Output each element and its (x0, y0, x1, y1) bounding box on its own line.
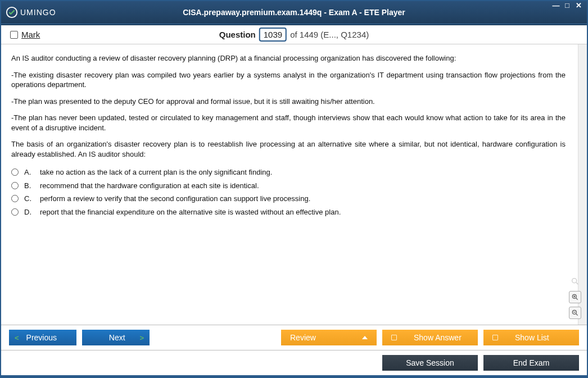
svg-line-2 (576, 283, 578, 284)
square-icon (391, 335, 397, 340)
option-row[interactable]: C. perform a review to verify that the s… (11, 192, 566, 206)
answer-options: A. take no action as the lack of a curre… (11, 166, 566, 218)
question-total: of 1449 (E..., Q1234) (290, 30, 369, 39)
option-text: recommend that the hardware configuratio… (40, 181, 259, 191)
button-label: Review (290, 333, 316, 342)
option-letter: C. (24, 194, 34, 204)
button-label: Next (109, 333, 125, 342)
mark-checkbox[interactable] (10, 31, 18, 39)
button-label: Show Answer (414, 333, 462, 342)
search-icon[interactable] (569, 275, 581, 288)
option-letter: A. (24, 167, 34, 177)
window-controls: — □ ✕ (552, 1, 582, 24)
minimize-icon[interactable]: — (552, 2, 560, 10)
titlebar: UMINGO CISA.prepaway.premium.exam.1449q … (1, 1, 587, 24)
question-para-4: The basis of an organization's disaster … (11, 139, 566, 159)
question-para-2: -The plan was presented to the deputy CE… (11, 97, 566, 107)
option-row[interactable]: D. report that the financial expenditure… (11, 206, 566, 219)
button-label: Show List (515, 333, 549, 342)
question-counter: Question 1039 of 1449 (E..., Q1234) (219, 28, 369, 42)
save-session-button[interactable]: Save Session (382, 355, 478, 371)
option-letter: B. (24, 181, 34, 191)
logo-icon (6, 6, 18, 19)
previous-button[interactable]: < Previous (9, 330, 76, 345)
option-text: report that the financial expenditure on… (40, 207, 341, 217)
button-label: End Exam (513, 358, 550, 367)
zoom-out-icon[interactable] (569, 307, 581, 319)
radio-icon[interactable] (11, 195, 19, 202)
svg-line-4 (576, 298, 578, 300)
svg-line-8 (576, 314, 578, 316)
option-text: perform a review to verify that the seco… (40, 194, 310, 204)
window-title: CISA.prepaway.premium.exam.1449q - Exam … (183, 8, 405, 17)
question-content: An IS auditor conducting a review of dis… (1, 44, 587, 325)
chevron-left-icon: < (15, 334, 19, 342)
button-label: Previous (26, 333, 57, 342)
show-answer-button[interactable]: Show Answer (382, 330, 478, 345)
option-text: take no action as the lack of a current … (40, 167, 272, 177)
end-exam-button[interactable]: End Exam (483, 355, 579, 371)
next-button[interactable]: Next > (82, 330, 150, 345)
triangle-up-icon (362, 336, 368, 339)
question-header: Mark Question 1039 of 1449 (E..., Q1234) (1, 25, 587, 44)
question-number-input[interactable]: 1039 (259, 28, 287, 42)
show-list-button[interactable]: Show List (483, 330, 579, 345)
app-logo: UMINGO (6, 6, 56, 19)
chevron-right-icon: > (139, 334, 144, 342)
option-row[interactable]: A. take no action as the lack of a curre… (11, 166, 566, 179)
maximize-icon[interactable]: □ (563, 2, 571, 10)
radio-icon[interactable] (11, 208, 19, 216)
nav-button-bar: < Previous Next > Review Show Answer Sho… (1, 325, 587, 350)
radio-icon[interactable] (11, 168, 19, 176)
zoom-controls (569, 275, 581, 319)
question-intro: An IS auditor conducting a review of dis… (11, 53, 566, 63)
option-letter: D. (24, 207, 34, 217)
review-button[interactable]: Review (281, 330, 377, 345)
bottom-button-bar: Save Session End Exam (1, 350, 587, 375)
button-label: Save Session (406, 358, 454, 367)
square-icon (492, 335, 498, 340)
option-row[interactable]: B. recommend that the hardware configura… (11, 179, 566, 193)
logo-text: UMINGO (20, 8, 56, 17)
mark-label[interactable]: Mark (21, 30, 40, 39)
question-word: Question (219, 30, 256, 39)
question-para-1: -The existing disaster recovery plan was… (11, 70, 566, 90)
svg-point-1 (572, 279, 577, 283)
close-icon[interactable]: ✕ (575, 2, 582, 10)
radio-icon[interactable] (11, 182, 19, 189)
zoom-in-icon[interactable] (569, 291, 581, 303)
question-para-3: -The plan has never been updated, tested… (11, 113, 566, 133)
